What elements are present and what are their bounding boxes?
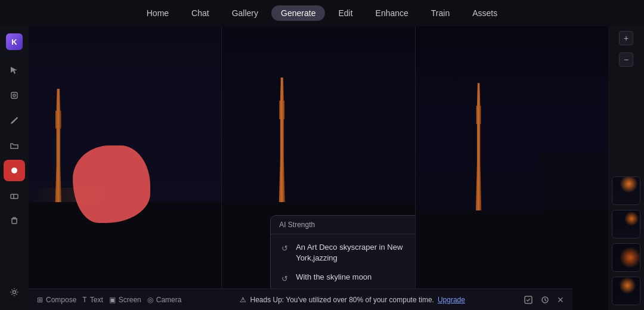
text-icon: T xyxy=(82,296,86,304)
thumbnail-4[interactable] xyxy=(612,277,640,305)
nav-item-gallery[interactable]: Gallery xyxy=(222,5,268,21)
popup-item-1[interactable]: ↺ An Art Deco skyscraper in New York,jaz… xyxy=(271,238,415,268)
zoom-out-button[interactable]: − xyxy=(619,52,633,67)
text-label: Text xyxy=(90,296,103,304)
camera-icon: ◎ xyxy=(147,296,153,304)
thumbnail-2[interactable] xyxy=(612,210,640,238)
compose-icon: ⊞ xyxy=(37,296,43,304)
toolbar-camera[interactable]: ◎ Camera xyxy=(147,296,182,304)
popup-item-2[interactable]: ↺ With the skyline moon xyxy=(271,268,415,288)
close-notification-button[interactable]: ✕ xyxy=(557,295,564,305)
toolbar-text[interactable]: T Text xyxy=(82,296,103,304)
image-panel-3 xyxy=(416,26,608,310)
svg-rect-3 xyxy=(11,194,18,199)
nav-item-home[interactable]: Home xyxy=(137,5,178,21)
tool-paint[interactable] xyxy=(4,160,25,181)
image-action-2[interactable] xyxy=(540,295,550,305)
svg-point-1 xyxy=(13,94,16,97)
bottom-toolbar: ⊞ Compose T Text ▣ Screen ◎ Camera xyxy=(37,296,181,304)
zoom-in-button[interactable]: + xyxy=(619,31,633,45)
popup-header: AI Strength xyxy=(271,216,415,234)
svg-rect-6 xyxy=(12,219,17,224)
toolbar-screen[interactable]: ▣ Screen xyxy=(109,296,141,304)
notification-right: ✕ xyxy=(524,295,564,305)
screen-icon: ▣ xyxy=(109,296,116,304)
toolbar-compose[interactable]: ⊞ Compose xyxy=(37,296,76,304)
heads-up-icon: ⚠ xyxy=(240,296,246,304)
svg-point-7 xyxy=(13,291,16,294)
blob-shape xyxy=(73,145,150,223)
left-sidebar: K xyxy=(0,26,29,310)
popup-text-2: With the skyline moon xyxy=(296,272,371,283)
thumbnail-1[interactable] xyxy=(612,176,640,205)
nav-items-container: Home Chat Gallery Generate Edit Enhance … xyxy=(137,5,507,21)
notification-text: Heads Up: You've utilized over 80% of yo… xyxy=(250,296,434,304)
image-panel-2: AI Strength ↺ An Art Deco skyscraper in … xyxy=(222,26,414,310)
popup-panel: AI Strength ↺ An Art Deco skyscraper in … xyxy=(270,215,415,292)
main-canvas: AI Strength ↺ An Art Deco skyscraper in … xyxy=(29,26,608,310)
right-sidebar: + − xyxy=(608,26,644,310)
upgrade-link[interactable]: Upgrade xyxy=(438,296,465,304)
nav-item-edit[interactable]: Edit xyxy=(329,5,362,21)
nav-item-chat[interactable]: Chat xyxy=(182,5,219,21)
notification-bar: ⊞ Compose T Text ▣ Screen ◎ Camera ⚠ Hea… xyxy=(29,289,572,310)
image-grid: AI Strength ↺ An Art Deco skyscraper in … xyxy=(29,26,608,310)
nav-item-generate[interactable]: Generate xyxy=(271,5,325,21)
nav-item-train[interactable]: Train xyxy=(422,5,459,21)
tool-object[interactable] xyxy=(4,85,25,106)
tool-pen[interactable] xyxy=(4,110,25,131)
thumbnail-3[interactable] xyxy=(612,243,640,272)
image-action-1[interactable] xyxy=(524,295,533,305)
logo-text: K xyxy=(11,38,17,46)
popup-items: ↺ An Art Deco skyscraper in New York,jaz… xyxy=(271,234,415,292)
notification-message-area: ⚠ Heads Up: You've utilized over 80% of … xyxy=(240,296,465,304)
screen-label: Screen xyxy=(119,296,141,304)
tool-eraser[interactable] xyxy=(4,185,25,206)
tool-select[interactable] xyxy=(4,60,25,81)
camera-label: Camera xyxy=(156,296,182,304)
image-panel-1 xyxy=(29,26,221,310)
nav-item-enhance[interactable]: Enhance xyxy=(366,5,418,21)
svg-rect-0 xyxy=(11,92,17,98)
svg-point-2 xyxy=(11,168,17,173)
history-icon-2: ↺ xyxy=(279,273,290,284)
nav-item-assets[interactable]: Assets xyxy=(463,5,507,21)
compose-label: Compose xyxy=(46,296,76,304)
tool-folder[interactable] xyxy=(4,135,25,156)
popup-text-1: An Art Deco skyscraper in New York,jazzi… xyxy=(296,242,415,264)
app-logo[interactable]: K xyxy=(6,33,23,50)
history-icon-1: ↺ xyxy=(279,243,290,254)
top-navigation: Home Chat Gallery Generate Edit Enhance … xyxy=(0,0,644,26)
tool-trash[interactable] xyxy=(4,210,25,231)
tool-settings[interactable] xyxy=(4,281,25,303)
